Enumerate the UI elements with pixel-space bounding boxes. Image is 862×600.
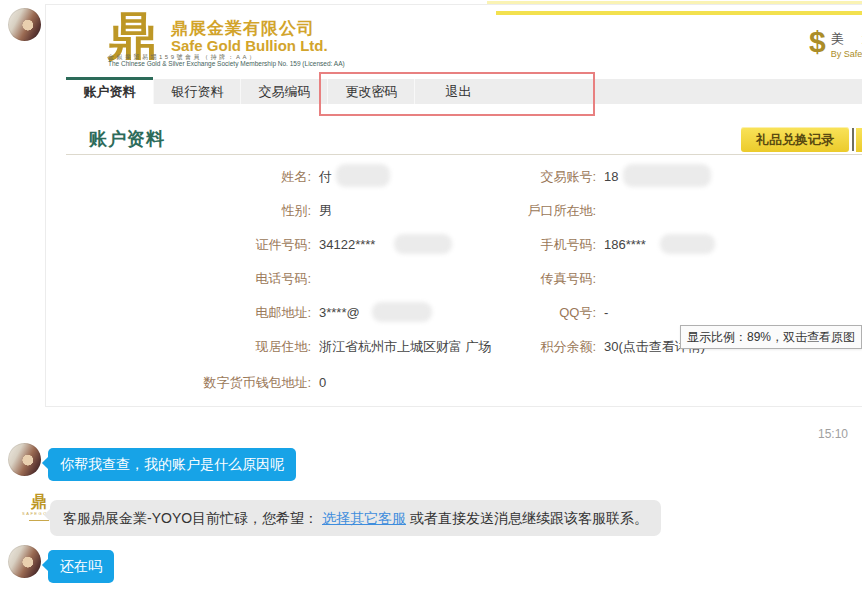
redaction-blur: [372, 302, 432, 322]
field-value-wallet: 0: [319, 373, 326, 393]
redaction-blur: [623, 164, 711, 187]
field-label-gender: 性别:: [99, 201, 311, 221]
title-rule: [66, 154, 862, 155]
red-annotation-box: [319, 72, 595, 116]
user-avatar[interactable]: [8, 545, 41, 578]
chat-message-user-1: 你帮我查查，我的账户是什么原因呢: [48, 448, 296, 481]
field-label-household: 戶口所在地:: [421, 201, 596, 221]
field-value-trade-account: 18: [604, 167, 618, 187]
redaction-blur: [394, 234, 452, 254]
field-label-qq: QQ号:: [421, 303, 596, 323]
redaction-blur: [336, 164, 390, 187]
tab-trade-code[interactable]: 交易编码: [240, 79, 328, 104]
service-message-prefix: 客服鼎展金業-YOYO目前忙碌，您希望：: [63, 510, 318, 526]
ticker-bar: [496, 11, 862, 15]
partial-button[interactable]: [856, 128, 862, 152]
field-label-id-number: 证件号码:: [99, 235, 311, 255]
membership-line-en: The Chinese Gold & Silver Exchange Socie…: [108, 60, 345, 67]
tab-account-info[interactable]: 账户资料: [66, 77, 153, 105]
chat-message-service: 客服鼎展金業-YOYO目前忙碌，您希望： 选择其它客服 或者直接发送消息继续跟该…: [50, 500, 661, 536]
screenshot-image[interactable]: 鼎 鼎展金業有限公司 Safe Gold Bullion Ltd. 金銀業貿易場…: [45, 4, 862, 407]
field-value-email: 3****@: [319, 303, 360, 323]
field-label-phone: 电话号码:: [99, 269, 311, 289]
user-avatar[interactable]: [8, 443, 41, 476]
field-label-wallet: 数字货币钱包地址:: [99, 373, 311, 393]
tab-bank-info[interactable]: 银行资料: [153, 79, 241, 104]
button-divider: [852, 128, 854, 151]
field-label-name: 姓名:: [99, 167, 311, 187]
field-value-qq: -: [604, 303, 608, 323]
ticker-bar-faint: [487, 1, 862, 4]
field-label-trade-account: 交易账号:: [421, 167, 596, 187]
dollar-icon: $: [809, 27, 826, 57]
page-title: 账户资料: [89, 127, 165, 151]
field-value-gender: 男: [319, 201, 332, 221]
currency-sub: By Safe: [831, 49, 862, 59]
field-label-email: 电邮地址:: [99, 303, 311, 323]
redaction-blur: [660, 234, 715, 254]
zoom-ratio-tooltip: 显示比例：89%，双击查看原图: [680, 325, 862, 349]
field-value-id-number: 34122****: [319, 235, 375, 255]
currency-label: 美 元: [831, 30, 862, 48]
company-name-en: Safe Gold Bullion Ltd.: [171, 37, 328, 54]
gift-exchange-button[interactable]: 礼品兑换记录: [741, 127, 849, 152]
field-label-fax: 传真号码:: [421, 269, 596, 289]
field-label-points: 积分余额:: [421, 337, 596, 357]
chat-timestamp: 15:10: [818, 427, 848, 441]
chat-message-user-2: 还在吗: [48, 550, 114, 583]
user-avatar[interactable]: [8, 8, 41, 41]
service-logo-rule: [29, 520, 49, 521]
choose-other-agent-link[interactable]: 选择其它客服: [322, 510, 406, 526]
currency-indicator: $ 美 元 By Safe: [809, 27, 862, 59]
field-label-address: 现居住地:: [99, 337, 311, 357]
service-message-suffix: 或者直接发送消息继续跟该客服联系。: [410, 510, 648, 526]
field-value-name: 付: [319, 167, 332, 187]
field-value-mobile: 186****: [604, 235, 646, 255]
